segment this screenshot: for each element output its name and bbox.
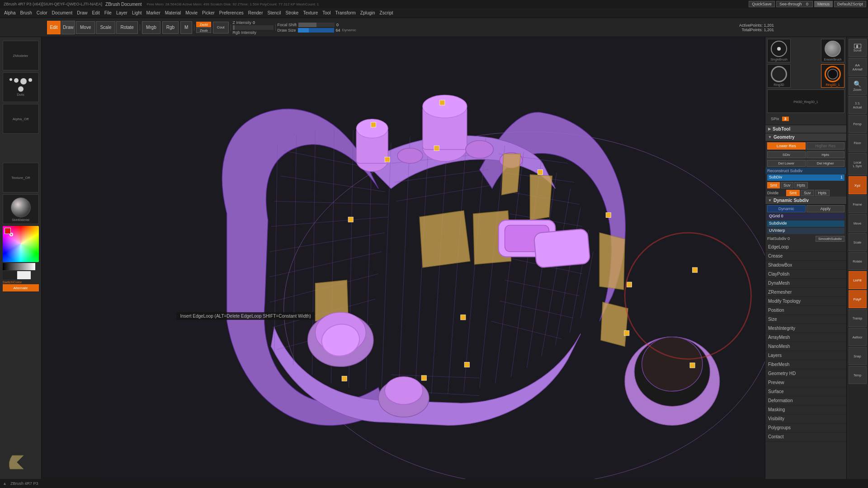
nav-aafloor[interactable]: Aafloor xyxy=(849,328,867,346)
del-higher-btn[interactable]: Del Higher xyxy=(807,160,845,167)
panel-item-size[interactable]: Size xyxy=(765,315,846,324)
move-btn[interactable]: Move xyxy=(76,21,95,34)
material-slot[interactable]: SkinMaterial xyxy=(3,194,39,224)
alternate-btn[interactable]: Alternate xyxy=(3,284,39,291)
nav-xyz[interactable]: Xyz xyxy=(849,176,867,194)
geometry-header[interactable]: ▼ Geometry xyxy=(765,133,846,141)
nav-move[interactable]: Move xyxy=(849,214,867,232)
nav-scale[interactable]: Scale xyxy=(849,233,867,251)
panel-item-polygroups[interactable]: Polygroups xyxy=(765,423,846,432)
nav-transp[interactable]: Transp xyxy=(849,309,867,327)
suv-btn[interactable]: Suv xyxy=(781,182,793,188)
panel-item-arraymesh[interactable]: ArrayMesh xyxy=(765,333,846,342)
uvinterp-slider[interactable]: UVInterp xyxy=(767,228,844,234)
panel-item-dynamesh[interactable]: DynaMesh xyxy=(765,279,846,288)
quicksave-btn[interactable]: QuickSave xyxy=(749,1,775,7)
zsub-btn[interactable]: Zsub xyxy=(196,28,211,33)
menu-layer[interactable]: Layer xyxy=(114,10,130,16)
menu-light[interactable]: Light xyxy=(130,10,144,16)
lower-res-btn[interactable]: Lower Res xyxy=(767,142,806,150)
panel-item-modify-topology[interactable]: Modify Topology xyxy=(765,297,846,306)
menu-color[interactable]: Color xyxy=(34,10,50,16)
canvas-area[interactable]: Insert EdgeLoop (ALT=Delete EdgeLoop SHI… xyxy=(42,37,791,479)
menu-tool[interactable]: Tool xyxy=(320,10,333,16)
model-viewport[interactable] xyxy=(42,37,791,479)
smoothsubdiv-btn[interactable]: SmoothSubdiv xyxy=(816,236,844,242)
panel-item-layers[interactable]: Layers xyxy=(765,351,846,360)
nav-local-lsym[interactable]: Local L.Sym xyxy=(849,153,867,175)
ring3d-1-thumb[interactable]: Ring3D_1 xyxy=(821,64,844,88)
menu-file[interactable]: File xyxy=(102,10,114,16)
nav-aahalf[interactable]: AA AAHalf xyxy=(849,58,867,76)
single-brush-thumb[interactable]: SingleBrush xyxy=(767,39,791,62)
menu-edit[interactable]: Edit xyxy=(90,10,102,16)
color-picker-slot[interactable]: SwitchColor Alternate xyxy=(3,226,39,291)
menu-stencil[interactable]: Stencil xyxy=(265,10,283,16)
zmodeler-slot[interactable]: ZModeler xyxy=(3,41,39,70)
divide-btn[interactable]: Smt xyxy=(786,190,800,196)
zadd-btn[interactable]: Zadd xyxy=(196,22,211,27)
menu-material[interactable]: Material xyxy=(163,10,184,16)
panel-item-claypolish[interactable]: ClayPolish xyxy=(765,270,846,279)
smt-btn[interactable]: Smt xyxy=(767,182,780,188)
nav-rotate[interactable]: Rotate xyxy=(849,252,867,270)
hpts-row-btn[interactable]: Hpts xyxy=(794,182,808,188)
dynamic-subdiv-header[interactable]: ▼ Dynamic Subdiv xyxy=(765,197,846,205)
rgb-btn[interactable]: Rgb xyxy=(162,21,179,34)
menus-btn[interactable]: Menus xyxy=(814,1,833,7)
panel-item-zremesher[interactable]: ZRemesher xyxy=(765,288,846,297)
panel-item-deformation[interactable]: Deformation xyxy=(765,396,846,405)
subdiv-type-btn[interactable]: SDiv xyxy=(767,151,806,158)
panel-item-visibility[interactable]: Visibility xyxy=(765,414,846,423)
reconstruct-subdiv-btn[interactable]: Reconstruct Subdiv xyxy=(765,168,846,174)
draw-size-slider[interactable] xyxy=(298,28,334,33)
menu-brush[interactable]: Brush xyxy=(18,10,34,16)
del-lower-btn[interactable]: Del Lower xyxy=(767,160,806,167)
qgrid-slider[interactable]: QGrid 0 xyxy=(767,213,844,220)
edit-btn[interactable]: Edit xyxy=(47,21,61,34)
subtool-header[interactable]: ▶ SubTool xyxy=(765,125,846,133)
panel-item-nanomesh[interactable]: NanoMesh xyxy=(765,342,846,351)
menu-picker[interactable]: Picker xyxy=(200,10,217,16)
eraser-brush-thumb[interactable]: EraserBrush xyxy=(821,39,844,62)
see-through-btn[interactable]: See-through 0 xyxy=(776,1,813,7)
divide-hpts-btn[interactable]: Hpts xyxy=(815,190,830,196)
menu-zplugin[interactable]: Zplugin xyxy=(358,10,377,16)
nav-snap[interactable]: Snap xyxy=(849,347,867,365)
pm3d-ring3d-thumb[interactable]: PM3D_Ring3D_1 xyxy=(767,89,844,113)
m-btn[interactable]: M xyxy=(180,21,192,34)
panel-item-preview[interactable]: Preview xyxy=(765,378,846,387)
ring3d-thumb[interactable]: Ring3D xyxy=(767,64,791,88)
alpha-slot[interactable]: Alpha_Off xyxy=(3,104,39,134)
panel-item-surface[interactable]: Surface xyxy=(765,387,846,396)
nav-scroll[interactable]: Scroll xyxy=(849,39,867,57)
nav-floor[interactable]: Floor xyxy=(849,134,867,152)
subdiv-slider[interactable]: SubDiv 1 xyxy=(767,174,844,181)
panel-item-meshintegrity[interactable]: MeshIntegrity xyxy=(765,324,846,333)
menu-transform[interactable]: Transform xyxy=(333,10,358,16)
menu-document[interactable]: Document xyxy=(50,10,75,16)
panel-item-position[interactable]: Position xyxy=(765,306,846,315)
cout-btn[interactable]: Cout xyxy=(213,22,229,33)
dynamic-btn[interactable]: Dynamic xyxy=(767,205,806,212)
nav-linfill[interactable]: LinFill xyxy=(849,271,867,289)
menu-stroke[interactable]: Stroke xyxy=(283,10,301,16)
rotate-btn[interactable]: Rotate xyxy=(116,21,137,34)
panel-item-shadowbox[interactable]: ShadowBox xyxy=(765,261,846,270)
higher-res-btn[interactable]: Higher Res xyxy=(807,142,845,150)
nav-persp[interactable]: Persp xyxy=(849,115,867,133)
panel-item-contact[interactable]: Contact xyxy=(765,432,846,441)
menu-marker[interactable]: Marker xyxy=(144,10,163,16)
texture-slot[interactable]: Texture_Off xyxy=(3,163,39,192)
nav-frame[interactable]: Frame xyxy=(849,195,867,213)
fg-color[interactable] xyxy=(5,228,11,234)
dots-brush-slot[interactable]: Dots xyxy=(3,72,39,102)
mrgb-btn[interactable]: Mrgb xyxy=(142,21,160,34)
menu-draw[interactable]: Draw xyxy=(75,10,90,16)
focal-shift-slider[interactable] xyxy=(298,23,335,27)
panel-item-geometry-hd[interactable]: Geometry HD xyxy=(765,369,846,378)
menu-texture[interactable]: Texture xyxy=(301,10,320,16)
menu-document[interactable]: ZBrush Document xyxy=(103,1,144,7)
default-zscript-btn[interactable]: DefaultZScript xyxy=(834,1,866,7)
nav-actual[interactable]: 1:1 Actual xyxy=(849,96,867,114)
